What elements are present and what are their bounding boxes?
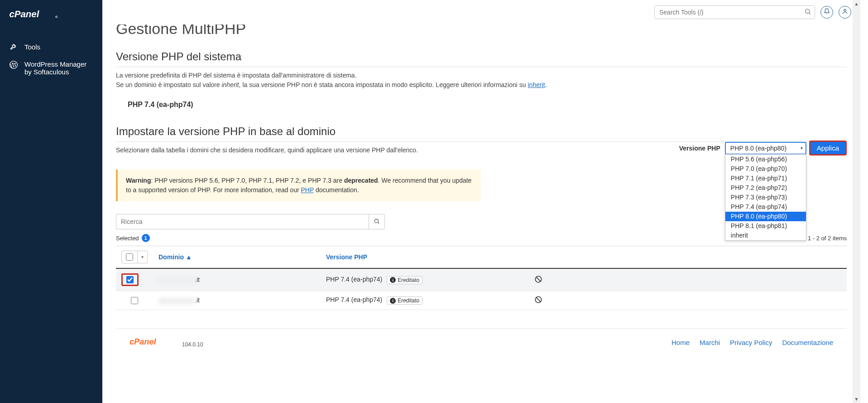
section-domain-version: Impostare la versione PHP in base al dom… — [116, 125, 847, 142]
option-php72[interactable]: PHP 7.2 (ea-php72) — [725, 183, 806, 193]
col-root[interactable] — [529, 246, 847, 269]
domains-table: ▼ Dominio ▲ Versione PHP — [116, 246, 847, 310]
chevron-down-icon: ▾ — [801, 146, 803, 151]
pagination-info: 1 - 2 of 2 items — [808, 235, 847, 242]
col-version[interactable]: Versione PHP — [321, 246, 529, 269]
select-all-dropdown[interactable]: ▼ — [138, 251, 148, 263]
option-php56[interactable]: PHP 5.6 (ea-php56) — [725, 155, 806, 164]
cell-version: PHP 7.4 (ea-php74) iEreditato — [321, 268, 529, 291]
page-title: Gestione MultiPHP — [116, 24, 847, 38]
wordpress-icon — [9, 60, 18, 69]
option-php80[interactable]: PHP 8.0 (ea-php80) — [725, 212, 806, 221]
selected-count-badge: 1 — [142, 234, 150, 242]
option-php74[interactable]: PHP 7.4 (ea-php74) — [725, 202, 806, 212]
row-select-highlight — [121, 273, 139, 286]
select-all-checkbox[interactable] — [121, 251, 138, 263]
section-system-version: Versione PHP del sistema — [116, 50, 847, 67]
cpanel-logo[interactable]: cPanel R — [0, 0, 102, 29]
apply-button[interactable]: Applica — [809, 141, 847, 155]
bell-icon — [824, 8, 830, 16]
selected-label: Selected — [116, 235, 139, 242]
svg-point-7 — [374, 219, 378, 223]
disabled-icon — [534, 277, 542, 285]
inherit-link[interactable]: inherit — [528, 81, 545, 88]
sidebar-item-label: Tools — [24, 43, 40, 51]
deprecation-warning: Warning: PHP versions PHP 5.6, PHP 7.0, … — [116, 170, 481, 201]
system-php-version: PHP 7.4 (ea-php74) — [116, 90, 847, 112]
cell-root — [529, 291, 847, 310]
info-icon: i — [390, 298, 396, 304]
content: Gestione MultiPHP Versione PHP del siste… — [102, 24, 860, 403]
scroll-up-icon[interactable]: ▲ — [853, 0, 860, 8]
notifications-button[interactable] — [820, 6, 833, 19]
search-icon — [374, 218, 380, 226]
col-domain[interactable]: Dominio ▲ — [153, 246, 321, 269]
user-icon — [842, 8, 848, 16]
system-version-description: La versione predefinita di PHP del siste… — [116, 71, 847, 90]
footer-logo[interactable]: cPanel 104.0.10 — [129, 337, 203, 348]
option-inherit[interactable]: inherit — [725, 231, 806, 240]
inherited-badge: iEreditato — [387, 276, 422, 284]
svg-text:cPanel: cPanel — [129, 337, 157, 346]
select-value: PHP 8.0 (ea-php80) — [730, 145, 786, 152]
option-php70[interactable]: PHP 7.0 (ea-php70) — [725, 164, 806, 174]
topbar — [102, 0, 860, 24]
option-php73[interactable]: PHP 7.3 (ea-php73) — [725, 193, 806, 202]
global-search — [654, 5, 815, 19]
row-checkbox[interactable] — [131, 297, 138, 304]
cell-domain: .it — [153, 291, 321, 310]
svg-line-10 — [536, 277, 541, 282]
option-php71[interactable]: PHP 7.1 (ea-php71) — [725, 174, 806, 183]
table-row: .it PHP 7.4 (ea-php74) iEreditato — [116, 291, 847, 310]
disabled-icon — [534, 298, 542, 305]
cell-root — [529, 268, 847, 291]
php-doc-link[interactable]: PHP — [301, 186, 314, 194]
svg-point-6 — [844, 9, 846, 11]
sidebar-item-tools[interactable]: Tools — [0, 38, 102, 56]
svg-point-4 — [806, 9, 810, 13]
cell-version: PHP 7.4 (ea-php74) iEreditato — [321, 291, 529, 310]
row-checkbox[interactable] — [126, 276, 134, 283]
info-icon: i — [390, 277, 396, 283]
php-version-select[interactable]: PHP 8.0 (ea-php80) ▾ — [725, 142, 806, 155]
svg-line-8 — [378, 222, 379, 223]
footer-link-marchi[interactable]: Marchi — [700, 339, 720, 346]
footer-link-docs[interactable]: Documentazione — [782, 339, 833, 346]
sidebar: cPanel R Tools WordPress Manager by Soft… — [0, 0, 102, 403]
svg-line-12 — [536, 297, 541, 302]
svg-line-5 — [809, 13, 810, 14]
footer-link-home[interactable]: Home — [671, 339, 690, 346]
account-button[interactable] — [839, 6, 851, 19]
inherited-badge: iEreditato — [387, 296, 422, 305]
scroll-down-icon[interactable]: ▼ — [853, 395, 860, 403]
footer-links: Home Marchi Privacy Policy Documentazion… — [671, 339, 833, 346]
cell-domain: .it — [153, 268, 321, 291]
footer-link-privacy[interactable]: Privacy Policy — [730, 339, 772, 346]
sidebar-item-wordpress[interactable]: WordPress Manager by Softaculous — [0, 56, 102, 80]
option-php81[interactable]: PHP 8.1 (ea-php81) — [725, 221, 806, 231]
sidebar-item-label: WordPress Manager by Softaculous — [24, 60, 93, 76]
php-version-dropdown: PHP 5.6 (ea-php56) PHP 7.0 (ea-php70) PH… — [725, 154, 806, 241]
php-version-label: Versione PHP — [679, 145, 720, 152]
scrollbar[interactable]: ▲ ▼ — [853, 0, 860, 403]
main: Gestione MultiPHP Versione PHP del siste… — [102, 0, 860, 403]
footer: cPanel 104.0.10 Home Marchi Privacy Poli… — [116, 328, 847, 348]
search-icon[interactable] — [804, 8, 811, 16]
domain-search-button[interactable] — [369, 214, 385, 229]
table-row: .it PHP 7.4 (ea-php74) iEreditato — [116, 268, 847, 291]
domain-search-input[interactable] — [116, 214, 369, 229]
search-input[interactable] — [654, 5, 815, 19]
footer-version: 104.0.10 — [182, 341, 203, 348]
svg-text:cPanel: cPanel — [9, 9, 39, 19]
wrench-icon — [9, 42, 18, 51]
